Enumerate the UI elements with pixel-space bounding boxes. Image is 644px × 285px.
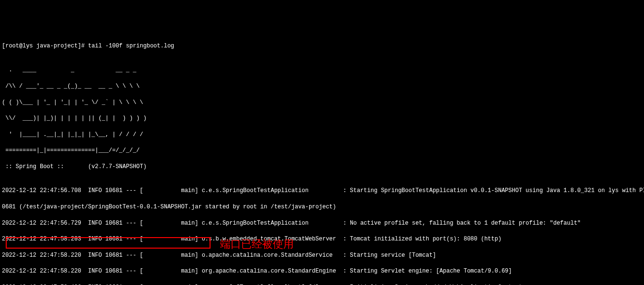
annotation-label: 端口已经被使用 (220, 237, 294, 252)
banner-line-4: \\/ ___)| |_)| | | | | || (_| | ) ) ) ) (2, 114, 642, 123)
log-line-3: 2022-12-12 22:47:58.203 INFO 10681 --- [… (2, 235, 642, 243)
banner-line-5: ' |____| .__|_| |_|_| |_\__, | / / / / (2, 131, 642, 139)
terminal-output: [root@lys java-project]# tail -100f spri… (2, 34, 642, 285)
banner-line-3: ( ( )\___ | '_ | '_| | '_ \/ _` | \ \ \ … (2, 99, 642, 107)
banner-line-7: :: Spring Boot :: (v2.7.7-SNAPSHOT) (2, 163, 642, 171)
banner-line-2: /\\ / ___'_ __ _ _(_)_ __ __ _ \ \ \ \ (2, 82, 642, 91)
log-line-4: 2022-12-12 22:47:58.220 INFO 10681 --- [… (2, 251, 642, 260)
log-line-0: 2022-12-12 22:47:56.708 INFO 10681 --- [… (2, 187, 642, 195)
command-prompt: [root@lys java-project]# tail -100f spri… (2, 42, 642, 50)
banner-line-1: . ____ _ __ _ _ (2, 66, 642, 74)
log-line-1: 0681 (/test/java-project/SpringBootTest-… (2, 203, 642, 211)
log-line-5: 2022-12-12 22:47:58.220 INFO 10681 --- [… (2, 267, 642, 275)
log-line-2: 2022-12-12 22:47:56.729 INFO 10681 --- [… (2, 219, 642, 228)
banner-line-6: =========|_|==============|___/=/_/_/_/ (2, 147, 642, 155)
